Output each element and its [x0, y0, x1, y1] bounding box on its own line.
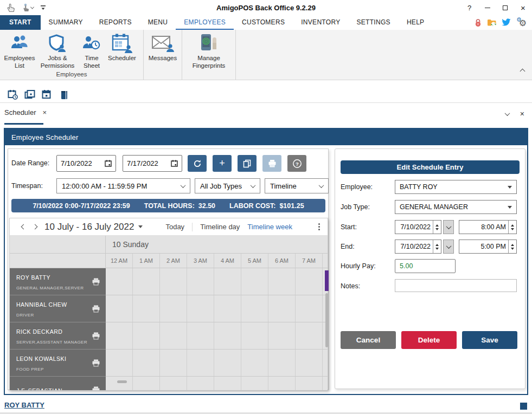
cancel-button[interactable]: Cancel: [341, 331, 396, 349]
clear-schedule-icon[interactable]: [60, 89, 68, 100]
status-grip-icon[interactable]: [520, 403, 527, 410]
svg-text:?: ?: [296, 160, 299, 166]
notes-input[interactable]: [395, 279, 517, 292]
vertical-scrollbar[interactable]: [325, 293, 328, 347]
schedule-report-icon[interactable]: [8, 89, 18, 100]
date-range-start-input[interactable]: 7/10/2022: [56, 155, 116, 172]
hourly-pay-input[interactable]: [395, 260, 455, 273]
refresh-button[interactable]: [188, 155, 207, 172]
end-date-dropdown-button[interactable]: [443, 240, 454, 254]
print-row-icon[interactable]: [92, 332, 100, 340]
start-time-spinner[interactable]: 8:00 AM: [459, 220, 517, 234]
timeline-cells[interactable]: [106, 350, 323, 377]
job-type-filter-dropdown[interactable]: All Job Types: [195, 178, 260, 193]
print-row-icon[interactable]: [92, 386, 100, 391]
print-row-icon[interactable]: [92, 359, 100, 367]
selected-employee-link[interactable]: ROY BATTY: [4, 401, 44, 409]
ribbon-tab-bar: START SUMMARY REPORTS MENU EMPLOYEES CUS…: [0, 15, 532, 30]
tab-employees[interactable]: EMPLOYEES: [176, 15, 234, 30]
calendar-title[interactable]: 10 July - 16 July 2022: [44, 222, 143, 232]
messages-button[interactable]: Messages: [147, 30, 178, 70]
horizontal-scrollbar[interactable]: [117, 380, 127, 383]
maximize-button[interactable]: [496, 1, 514, 15]
employee-row[interactable]: J.F. SEBASTIAN: [10, 377, 328, 390]
tab-settings[interactable]: SETTINGS: [348, 15, 398, 30]
manage-fingerprints-label: Manage Fingerprints: [185, 54, 232, 69]
timeline-cells[interactable]: [106, 295, 323, 322]
delete-button[interactable]: Delete: [401, 331, 457, 349]
tab-inventory[interactable]: INVENTORY: [293, 15, 348, 30]
tab-help[interactable]: HELP: [399, 15, 433, 30]
tab-summary[interactable]: SUMMARY: [41, 15, 91, 30]
today-button[interactable]: Today: [165, 223, 184, 231]
resource-cell[interactable]: ROY BATTYGENERAL MANAGER,SERVER: [10, 268, 106, 295]
titlebar-status-icons: ⚙ ⚙: [474, 15, 532, 30]
employee-row[interactable]: LEON KOWALSKIFOOD PREP: [10, 350, 328, 377]
sync-folder-icon[interactable]: [487, 18, 497, 27]
next-week-icon[interactable]: [33, 224, 38, 230]
timeline-week-button[interactable]: Timeline week: [247, 223, 292, 231]
timeline-day-button[interactable]: Timeline day: [200, 223, 240, 231]
print-button[interactable]: [262, 155, 281, 172]
calendar-overflow-icon[interactable]: [315, 223, 323, 230]
prev-week-icon[interactable]: [21, 224, 27, 230]
employee-row[interactable]: ROY BATTYGENERAL MANAGER,SERVER: [10, 268, 328, 295]
resource-cell[interactable]: RICK DECKARDSERVER,ASSISTANT MANAGER: [10, 322, 106, 350]
help-button[interactable]: ?: [460, 1, 478, 15]
hourly-pay-field[interactable]: [395, 259, 456, 273]
lock-icon[interactable]: [474, 18, 482, 27]
resource-cell[interactable]: J.F. SEBASTIAN: [10, 377, 106, 390]
touch-cursor-icon[interactable]: [22, 3, 34, 12]
chevron-down-icon[interactable]: [30, 5, 34, 9]
employee-dropdown[interactable]: BATTY ROY: [395, 180, 517, 194]
end-time-spinner[interactable]: 5:00 PM: [459, 240, 517, 254]
save-button[interactable]: Save: [462, 331, 517, 349]
hand-cursor-icon[interactable]: [5, 3, 16, 12]
schedule-event-bar[interactable]: [325, 270, 329, 291]
employee-row[interactable]: RICK DECKARDSERVER,ASSISTANT MANAGER: [10, 322, 328, 350]
tab-menu[interactable]: MENU: [140, 15, 176, 30]
resource-cell[interactable]: LEON KOWALSKIFOOD PREP: [10, 350, 106, 377]
tab-scheduler[interactable]: Scheduler ×: [4, 108, 47, 117]
timeline-cells[interactable]: [106, 268, 323, 295]
twitter-icon[interactable]: [502, 18, 511, 27]
settings-gears-icon[interactable]: ⚙ ⚙: [516, 18, 527, 28]
employee-row[interactable]: HANNIBAL CHEWDRIVER: [10, 295, 328, 322]
start-date-spinner[interactable]: 7/10/2022: [395, 220, 441, 234]
scheduler-icon: [111, 33, 133, 54]
tab-reports[interactable]: REPORTS: [91, 15, 140, 30]
view-mode-dropdown[interactable]: Timeline: [265, 178, 329, 193]
time-slot-label: 12 AM: [106, 254, 133, 268]
add-entry-button[interactable]: +: [213, 155, 232, 172]
tab-close-icon[interactable]: ×: [43, 108, 47, 117]
timeline-cells[interactable]: [106, 377, 323, 390]
time-sheet-button[interactable]: Time Sheet: [79, 30, 104, 70]
day-view-icon[interactable]: [42, 89, 52, 100]
tab-start[interactable]: START: [0, 15, 41, 30]
timespan-dropdown[interactable]: 12:00:00 AM - 11:59:59 PM: [56, 178, 190, 193]
jobs-permissions-button[interactable]: Jobs & Permissions: [36, 30, 79, 70]
end-date-spinner[interactable]: 7/10/2022: [395, 240, 441, 254]
print-row-icon[interactable]: [92, 278, 100, 286]
minimize-button[interactable]: [478, 1, 496, 15]
timeline-cells[interactable]: [106, 322, 323, 350]
employees-list-button[interactable]: Employees List: [3, 30, 36, 70]
close-button[interactable]: ×: [514, 1, 532, 15]
scheduler-button[interactable]: Scheduler: [104, 30, 140, 70]
start-date-dropdown-button[interactable]: [443, 220, 454, 234]
tab-list-chevron-icon[interactable]: [504, 111, 510, 116]
customize-toolbar-icon[interactable]: [40, 4, 46, 11]
form-title[interactable]: Edit Schedule Entry: [341, 160, 520, 174]
copy-schedule-icon[interactable]: [24, 89, 35, 100]
manage-fingerprints-button[interactable]: Manage Fingerprints: [185, 30, 232, 70]
tab-customers[interactable]: CUSTOMERS: [234, 15, 293, 30]
print-row-icon[interactable]: [92, 305, 100, 313]
collapse-ribbon-icon[interactable]: [521, 66, 524, 75]
copy-button[interactable]: [238, 155, 257, 172]
job-type-dropdown[interactable]: GENERAL MANAGER: [395, 200, 517, 214]
help-button-scheduler[interactable]: ?: [287, 155, 306, 172]
date-range-end-input[interactable]: 7/17/2022: [123, 155, 182, 172]
date-range-label: Date Range:: [11, 159, 49, 167]
resource-cell[interactable]: HANNIBAL CHEWDRIVER: [10, 295, 106, 322]
tab-strip-close-icon[interactable]: ×: [520, 109, 524, 118]
